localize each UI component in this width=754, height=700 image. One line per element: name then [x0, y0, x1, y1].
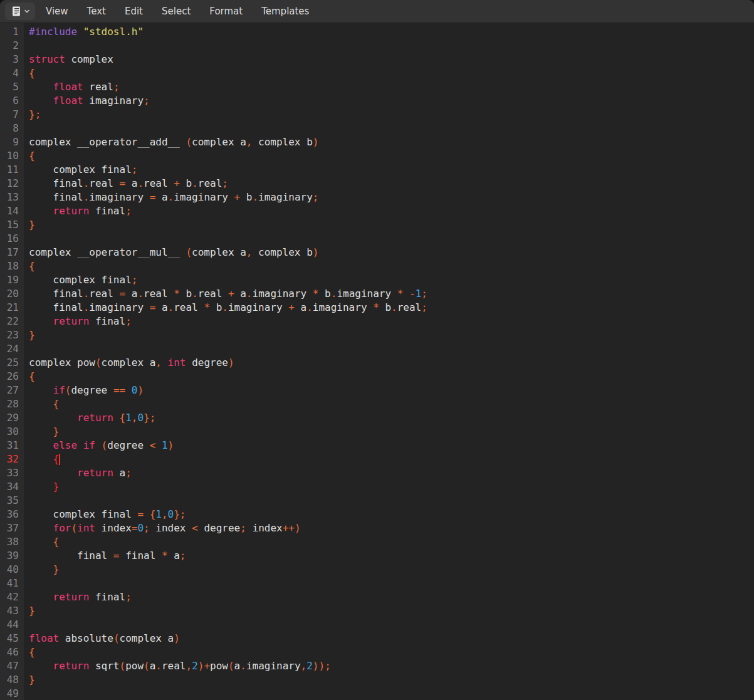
line-number: 25 — [0, 356, 24, 370]
line-number: 14 — [0, 204, 24, 218]
menu-item-select[interactable]: Select — [152, 0, 200, 23]
code-line[interactable]: 5 float real; — [0, 80, 754, 94]
code-line[interactable]: 9complex __operator__add__ (complex a, c… — [0, 135, 754, 149]
code-text: complex __operator__mul__ (complex a, co… — [24, 246, 318, 259]
code-line[interactable]: 19 complex final; — [0, 273, 754, 287]
line-number: 31 — [0, 439, 24, 452]
menu-item-view[interactable]: View — [36, 0, 78, 23]
code-text: if(degree == 0) — [24, 384, 144, 397]
code-line[interactable]: 26{ — [0, 370, 754, 384]
code-text: { — [24, 66, 35, 80]
code-line[interactable]: 4{ — [0, 66, 754, 80]
code-text: return sqrt(pow(a.real,2)+pow(a.imaginar… — [24, 659, 331, 673]
code-line[interactable]: 24 — [0, 342, 754, 356]
code-text: { — [24, 149, 35, 163]
code-line[interactable]: 10{ — [0, 149, 754, 163]
code-line[interactable]: 23} — [0, 328, 754, 342]
code-line[interactable]: 34 } — [0, 480, 754, 494]
code-line[interactable]: 20 final.real = a.real * b.real + a.imag… — [0, 287, 754, 301]
code-line[interactable]: 25complex pow(complex a, int degree) — [0, 356, 754, 370]
code-text: float absolute(complex a) — [24, 632, 180, 645]
code-line[interactable]: 32 { — [0, 452, 754, 466]
line-number: 18 — [0, 259, 24, 273]
code-line[interactable]: 41 — [0, 577, 754, 590]
code-text — [24, 687, 29, 700]
line-number: 47 — [0, 659, 24, 673]
code-line[interactable]: 29 return {1,0}; — [0, 411, 754, 425]
code-line[interactable]: 6 float imaginary; — [0, 94, 754, 108]
code-line[interactable]: 30 } — [0, 425, 754, 439]
code-line[interactable]: 15} — [0, 218, 754, 232]
menu-item-edit[interactable]: Edit — [115, 0, 152, 23]
line-number: 5 — [0, 80, 24, 94]
code-line[interactable]: 37 for(int index=0; index < degree; inde… — [0, 521, 754, 535]
code-text: final.imaginary = a.imaginary + b.imagin… — [24, 191, 318, 204]
code-line[interactable]: 40 } — [0, 563, 754, 577]
code-text: } — [24, 673, 35, 687]
code-text: } — [24, 218, 35, 232]
line-number: 12 — [0, 177, 24, 191]
code-line[interactable]: 49 — [0, 687, 754, 700]
line-number: 30 — [0, 425, 24, 439]
code-line[interactable]: 8 — [0, 122, 754, 135]
code-lines: 1#include "stdosl.h"23struct complex4{5 … — [0, 25, 754, 700]
line-number: 20 — [0, 287, 24, 301]
code-text: complex final; — [24, 273, 137, 287]
line-number: 48 — [0, 673, 24, 687]
code-line[interactable]: 45float absolute(complex a) — [0, 632, 754, 645]
code-line[interactable]: 33 return a; — [0, 466, 754, 480]
line-number: 40 — [0, 563, 24, 577]
code-line[interactable]: 44 — [0, 618, 754, 632]
code-text — [24, 122, 29, 135]
code-line[interactable]: 43} — [0, 604, 754, 618]
code-editor[interactable]: 1#include "stdosl.h"23struct complex4{5 … — [0, 23, 754, 700]
line-number: 27 — [0, 384, 24, 397]
code-line[interactable]: 31 else if (degree < 1) — [0, 439, 754, 452]
line-number: 13 — [0, 191, 24, 204]
menu-item-format[interactable]: Format — [200, 0, 252, 23]
code-line[interactable]: 36 complex final = {1,0}; — [0, 508, 754, 521]
code-line[interactable]: 22 return final; — [0, 315, 754, 328]
line-number: 28 — [0, 397, 24, 411]
code-text: final.real = a.real * b.real + a.imagina… — [24, 287, 427, 301]
code-text: { — [24, 645, 35, 659]
code-line[interactable]: 47 return sqrt(pow(a.real,2)+pow(a.imagi… — [0, 659, 754, 673]
menu-item-text[interactable]: Text — [78, 0, 115, 23]
code-line[interactable]: 48} — [0, 673, 754, 687]
line-number: 34 — [0, 480, 24, 494]
line-number: 46 — [0, 645, 24, 659]
editor-type-button[interactable] — [5, 3, 35, 20]
code-line[interactable]: 13 final.imaginary = a.imaginary + b.ima… — [0, 191, 754, 204]
code-line[interactable]: 16 — [0, 232, 754, 246]
menu-item-templates[interactable]: Templates — [252, 0, 318, 23]
line-number: 22 — [0, 315, 24, 328]
menu-bar: ViewTextEditSelectFormatTemplates — [0, 0, 754, 23]
line-number: 38 — [0, 535, 24, 549]
line-number: 24 — [0, 342, 24, 356]
code-text: for(int index=0; index < degree; index++… — [24, 521, 301, 535]
code-line[interactable]: 39 final = final * a; — [0, 549, 754, 563]
line-number: 36 — [0, 508, 24, 521]
code-line[interactable]: 28 { — [0, 397, 754, 411]
code-line[interactable]: 2 — [0, 39, 754, 53]
code-line[interactable]: 1#include "stdosl.h" — [0, 25, 754, 39]
chevron-down-icon — [24, 8, 30, 14]
code-line[interactable]: 21 final.imaginary = a.real * b.imaginar… — [0, 301, 754, 315]
code-line[interactable]: 12 final.real = a.real + b.real; — [0, 177, 754, 191]
code-line[interactable]: 11 complex final; — [0, 163, 754, 177]
code-line[interactable]: 35 — [0, 494, 754, 508]
line-number: 21 — [0, 301, 24, 315]
line-number: 37 — [0, 521, 24, 535]
code-line[interactable]: 42 return final; — [0, 590, 754, 604]
code-line[interactable]: 27 if(degree == 0) — [0, 384, 754, 397]
code-line[interactable]: 18{ — [0, 259, 754, 273]
code-line[interactable]: 3struct complex — [0, 53, 754, 66]
code-text: complex final; — [24, 163, 137, 177]
code-line[interactable]: 14 return final; — [0, 204, 754, 218]
code-line[interactable]: 7}; — [0, 108, 754, 122]
code-line[interactable]: 17complex __operator__mul__ (complex a, … — [0, 246, 754, 259]
code-text: return a; — [24, 466, 132, 480]
code-line[interactable]: 46{ — [0, 645, 754, 659]
code-text — [24, 618, 29, 632]
code-line[interactable]: 38 { — [0, 535, 754, 549]
